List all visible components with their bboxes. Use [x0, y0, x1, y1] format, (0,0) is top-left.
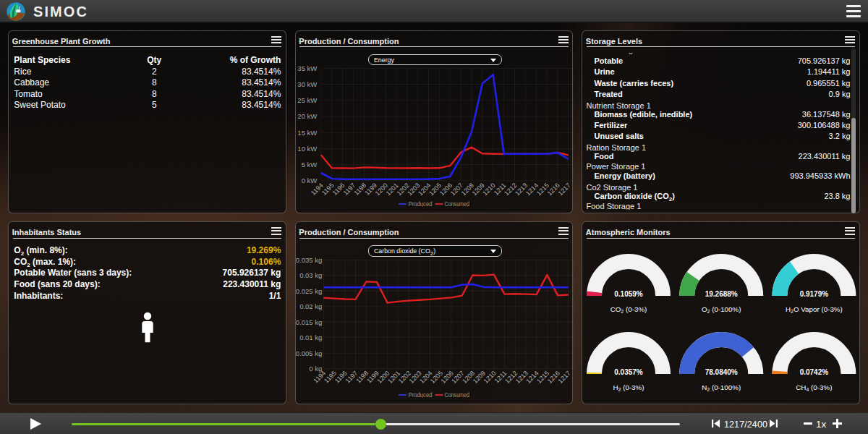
svg-text:35 kW: 35 kW	[297, 64, 317, 72]
svg-text:78.0840%: 78.0840%	[705, 368, 738, 376]
svg-text:5 kW: 5 kW	[301, 161, 317, 169]
svg-text:1217: 1217	[556, 370, 571, 385]
svg-text:0.1059%: 0.1059%	[614, 290, 643, 298]
svg-text:0.015 kg: 0.015 kg	[296, 318, 322, 326]
svg-text:Produced: Produced	[408, 391, 432, 399]
svg-text:10 kW: 10 kW	[297, 144, 317, 152]
svg-text:Consumed: Consumed	[444, 200, 469, 208]
svg-text:0 kW: 0 kW	[301, 176, 317, 184]
svg-text:0.02 kg: 0.02 kg	[299, 302, 322, 310]
svg-text:0.005 kg: 0.005 kg	[296, 349, 322, 357]
svg-text:O2 (0-100%): O2 (0-100%)	[702, 305, 741, 314]
svg-text:15 kW: 15 kW	[297, 128, 317, 136]
svg-text:0.035 kg: 0.035 kg	[296, 256, 322, 264]
svg-text:N2 (0-100%): N2 (0-100%)	[702, 383, 741, 392]
svg-text:Produced: Produced	[408, 200, 432, 208]
svg-text:0.0742%: 0.0742%	[800, 368, 829, 376]
svg-text:0.9179%: 0.9179%	[800, 290, 829, 298]
svg-text:19.2688%: 19.2688%	[705, 290, 738, 298]
svg-text:25 kW: 25 kW	[297, 96, 317, 104]
svg-text:0.0357%: 0.0357%	[614, 368, 643, 376]
svg-text:H2O Vapor (0-3%): H2O Vapor (0-3%)	[786, 305, 843, 314]
svg-text:0.03 kg: 0.03 kg	[299, 271, 322, 279]
svg-text:30 kW: 30 kW	[297, 80, 317, 88]
svg-text:CO2 (0-3%): CO2 (0-3%)	[610, 305, 647, 314]
svg-text:H2 (0-3%): H2 (0-3%)	[613, 383, 644, 392]
svg-text:20 kW: 20 kW	[297, 112, 317, 120]
svg-text:0.025 kg: 0.025 kg	[296, 287, 322, 295]
svg-text:CH4 (0-3%): CH4 (0-3%)	[796, 383, 832, 392]
svg-text:Consumed: Consumed	[444, 391, 469, 399]
svg-text:1217: 1217	[556, 182, 571, 197]
svg-text:0.01 kg: 0.01 kg	[299, 333, 322, 341]
